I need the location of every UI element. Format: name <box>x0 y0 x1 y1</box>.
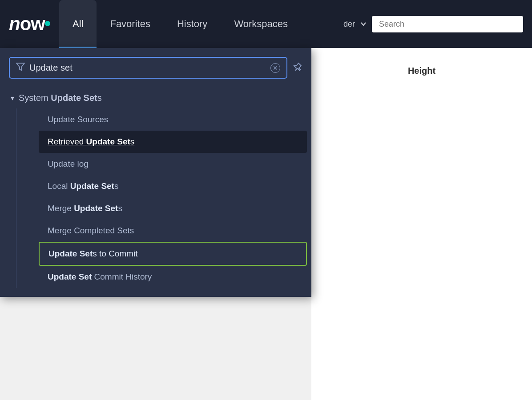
item-label: Retrieved Update Sets <box>48 137 134 147</box>
menu-section: ▾ System Update Sets Update Sources Retr… <box>0 88 311 292</box>
filter-icon <box>16 62 25 73</box>
height-column-header: Height <box>329 66 514 76</box>
topbar: now All Favorites History Workspaces der <box>0 0 532 48</box>
tab-history-label: History <box>177 18 207 30</box>
list-item-update-sets-to-commit[interactable]: Update Sets to Commit <box>39 242 307 266</box>
topbar-search-input[interactable] <box>372 16 523 32</box>
list-item-update-log[interactable]: Update log <box>39 153 307 175</box>
nav-tabs: All Favorites History Workspaces <box>59 0 301 48</box>
tab-all-label: All <box>73 18 83 30</box>
chevron-icon: ▾ <box>11 94 14 102</box>
tab-history[interactable]: History <box>164 0 221 48</box>
item-label: Local Update Sets <box>48 181 118 191</box>
svg-marker-0 <box>16 63 24 70</box>
right-content: Height <box>311 48 532 400</box>
group-label: System Update Sets <box>19 93 102 103</box>
topbar-right: der <box>343 16 523 32</box>
chevron-down-icon <box>360 21 367 27</box>
list-item-update-sources[interactable]: Update Sources <box>39 108 307 131</box>
item-label: Merge Completed Sets <box>48 226 134 236</box>
dropdown-panel: ✕ ▾ System Update Sets Update <box>0 48 311 297</box>
item-label: Update Set Commit History <box>48 272 152 282</box>
search-input[interactable] <box>29 63 266 73</box>
item-label: Update log <box>48 159 89 169</box>
topbar-dropdown[interactable] <box>360 21 367 27</box>
item-label: Update Sets to Commit <box>48 249 138 259</box>
tab-all[interactable]: All <box>59 0 97 48</box>
menu-group-header[interactable]: ▾ System Update Sets <box>0 88 311 108</box>
topbar-context-label: der <box>343 20 355 29</box>
list-item-merge-update-sets[interactable]: Merge Update Sets <box>39 197 307 220</box>
tab-workspaces-label: Workspaces <box>234 18 288 30</box>
tab-favorites-label: Favorites <box>110 18 150 30</box>
list-item-retrieved-update-sets[interactable]: Retrieved Update Sets <box>39 131 307 153</box>
list-item-update-set-commit-history[interactable]: Update Set Commit History <box>39 266 307 288</box>
item-label: Update Sources <box>48 115 108 124</box>
logo-dot <box>45 21 50 26</box>
item-label: Merge Update Sets <box>48 204 122 213</box>
search-input-wrapper: ✕ <box>9 57 287 79</box>
logo-text: now <box>9 13 45 35</box>
menu-items-list: Update Sources Retrieved Update Sets Upd… <box>16 108 311 288</box>
tab-workspaces[interactable]: Workspaces <box>221 0 301 48</box>
search-area: ✕ <box>0 57 311 88</box>
pin-icon[interactable] <box>293 62 302 74</box>
tab-favorites[interactable]: Favorites <box>97 0 163 48</box>
main-content: ✕ ▾ System Update Sets Update <box>0 48 532 400</box>
logo: now <box>9 13 50 35</box>
list-item-local-update-sets[interactable]: Local Update Sets <box>39 175 307 197</box>
list-item-merge-completed-sets[interactable]: Merge Completed Sets <box>39 220 307 242</box>
clear-icon[interactable]: ✕ <box>270 63 280 73</box>
